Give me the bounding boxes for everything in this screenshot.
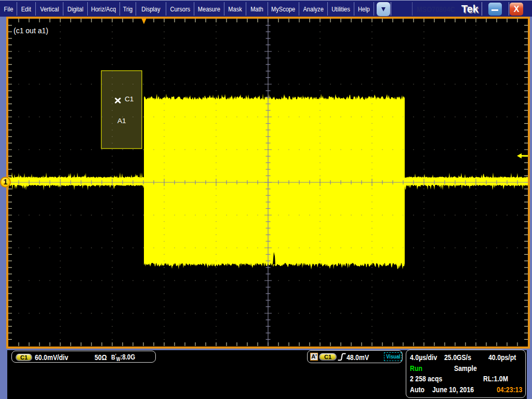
svg-text:C1: C1 xyxy=(125,95,134,103)
svg-text:A1: A1 xyxy=(117,117,126,125)
svg-text:(c1 out a1): (c1 out a1) xyxy=(14,26,48,35)
